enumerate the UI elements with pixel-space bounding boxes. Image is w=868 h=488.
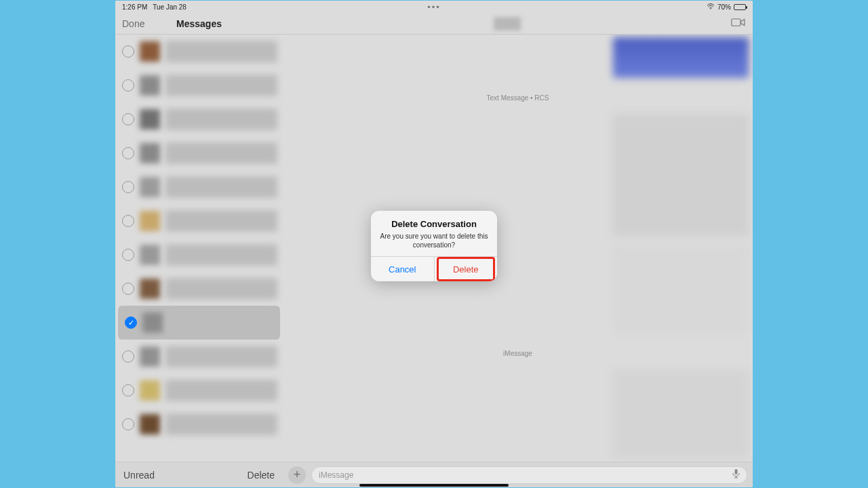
conversation-preview-redacted	[165, 142, 277, 164]
select-radio[interactable]	[122, 181, 134, 193]
conversation-preview-redacted	[165, 210, 277, 232]
contact-name-redacted[interactable]	[494, 17, 521, 30]
sidebar-footer: Unread Delete	[115, 462, 283, 487]
avatar-redacted	[140, 143, 160, 163]
avatar-redacted	[140, 177, 160, 197]
select-radio[interactable]	[122, 45, 134, 58]
svg-rect-1	[732, 18, 741, 25]
wifi-icon	[707, 3, 715, 11]
message-image-redacted[interactable]	[613, 114, 749, 236]
compose-bar: + iMessage	[283, 462, 753, 487]
avatar-redacted	[142, 312, 163, 333]
select-radio[interactable]	[125, 317, 137, 329]
conversation-row[interactable]	[115, 170, 283, 204]
status-date: Tue Jan 28	[153, 3, 186, 11]
avatar-redacted	[140, 109, 160, 129]
message-placeholder: iMessage	[319, 470, 353, 480]
message-protocol-label: iMessage	[287, 350, 749, 357]
conversation-preview-redacted	[165, 176, 277, 198]
avatar-redacted	[140, 279, 160, 299]
conversation-row[interactable]	[115, 340, 283, 373]
cancel-button[interactable]: Cancel	[371, 257, 435, 281]
dialog-title: Delete Conversation	[378, 219, 490, 229]
facetime-icon[interactable]	[731, 17, 753, 30]
conversation-preview-redacted	[165, 413, 277, 435]
battery-percent: 70%	[717, 3, 731, 11]
select-radio[interactable]	[122, 249, 134, 261]
conversation-row[interactable]	[115, 272, 283, 306]
select-radio[interactable]	[122, 215, 134, 227]
page-title: Messages	[176, 18, 222, 29]
status-time: 1:26 PM	[122, 3, 147, 11]
message-image-redacted[interactable]	[613, 37, 749, 78]
message-protocol-label: Text Message • RCS	[287, 94, 749, 102]
multitask-dots-icon[interactable]: •••	[427, 2, 441, 12]
conversation-row[interactable]	[115, 68, 283, 102]
delete-selected-button[interactable]: Delete	[248, 470, 275, 481]
svg-rect-2	[735, 469, 738, 474]
avatar-redacted	[140, 75, 160, 96]
dictation-icon[interactable]	[732, 469, 740, 481]
conversation-list[interactable]	[115, 35, 283, 462]
dialog-message: Are you sure you want to delete this con…	[378, 232, 490, 249]
conversation-preview-redacted	[165, 41, 277, 62]
conversation-row[interactable]	[115, 407, 283, 441]
conversation-preview-redacted	[165, 108, 277, 130]
select-radio[interactable]	[122, 147, 134, 159]
conversation-pane: Text Message • RCS iMessage	[283, 35, 753, 462]
conversation-preview-redacted	[165, 346, 277, 367]
conversation-preview-redacted	[165, 380, 277, 401]
select-radio[interactable]	[122, 113, 134, 125]
select-radio[interactable]	[122, 418, 134, 430]
ipad-screen: 1:26 PM Tue Jan 28 ••• 70% Done Messages…	[115, 1, 753, 487]
conversation-preview-redacted	[165, 75, 277, 96]
conversation-preview-redacted	[165, 244, 277, 266]
message-image-redacted[interactable]	[613, 245, 749, 333]
conversation-row[interactable]	[115, 373, 283, 407]
unread-filter-button[interactable]: Unread	[123, 470, 155, 481]
confirm-delete-button[interactable]: Delete	[439, 259, 493, 279]
avatar-redacted	[140, 380, 160, 401]
select-radio[interactable]	[122, 283, 134, 295]
conversation-row[interactable]	[115, 35, 283, 68]
avatar-redacted	[140, 245, 160, 265]
status-bar: 1:26 PM Tue Jan 28 ••• 70%	[115, 1, 753, 13]
avatar-redacted	[140, 414, 160, 434]
select-radio[interactable]	[122, 384, 134, 396]
delete-confirmation-dialog: Delete Conversation Are you sure you wan…	[371, 211, 497, 281]
svg-point-0	[710, 8, 711, 9]
select-radio[interactable]	[122, 350, 134, 363]
avatar-redacted	[140, 211, 160, 231]
app-header: Done Messages	[115, 13, 753, 35]
avatar-redacted	[140, 41, 160, 62]
avatar-redacted	[140, 346, 160, 367]
message-image-redacted[interactable]	[613, 369, 749, 458]
battery-icon	[734, 4, 746, 10]
annotation-highlight: Delete	[437, 257, 495, 281]
conversation-row[interactable]	[115, 204, 283, 238]
conversation-row[interactable]	[118, 306, 280, 340]
select-radio[interactable]	[122, 79, 134, 92]
message-input[interactable]: iMessage	[311, 466, 747, 484]
conversation-preview-redacted	[165, 278, 277, 300]
conversation-row[interactable]	[115, 102, 283, 136]
conversation-row[interactable]	[115, 136, 283, 170]
conversation-preview-redacted	[168, 312, 275, 333]
conversation-row[interactable]	[115, 238, 283, 272]
done-button[interactable]: Done	[122, 18, 144, 29]
add-attachment-button[interactable]: +	[288, 466, 306, 484]
home-indicator[interactable]	[359, 484, 509, 487]
